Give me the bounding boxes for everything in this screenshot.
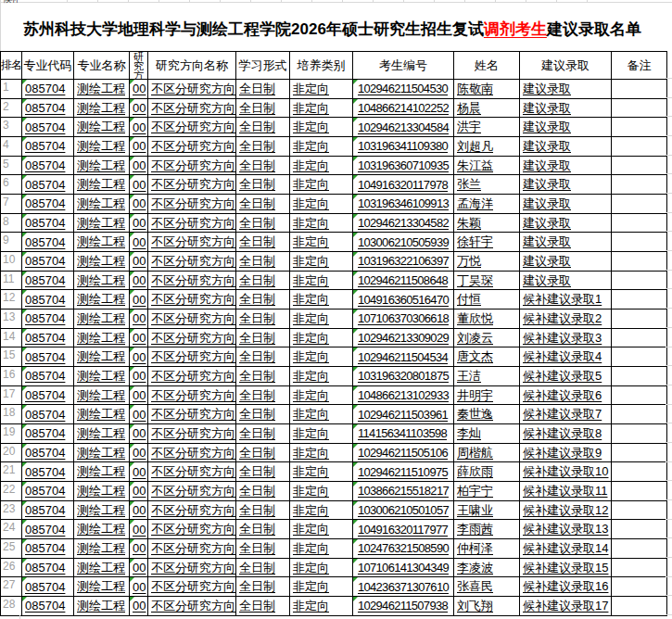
name-cell[interactable]: 王啸业: [454, 500, 520, 520]
name-cell[interactable]: 李凌波: [454, 558, 520, 577]
header-recommendation[interactable]: 建议录取: [520, 52, 612, 80]
dir_name-cell[interactable]: 不区分研究方向: [148, 462, 236, 482]
dir_name-cell[interactable]: 不区分研究方向: [148, 385, 236, 405]
study_form-cell[interactable]: 全日制: [236, 597, 290, 616]
recommendation-cell[interactable]: 候补建议录取15: [520, 558, 612, 577]
recommendation-cell[interactable]: 候补建议录取16: [520, 577, 612, 597]
name-cell[interactable]: 刘凌云: [454, 328, 520, 347]
candidate_no-cell[interactable]: 103196360710935: [353, 156, 454, 175]
category-cell[interactable]: 非定向: [290, 290, 353, 310]
sheet-title-cell[interactable]: 苏州科技大学地理科学与测绘工程学院2026年硕士研究生招生复试调剂考生建议录取名…: [0, 7, 665, 51]
dir_name-cell[interactable]: 不区分研究方向: [148, 424, 236, 444]
header-name[interactable]: 姓名: [454, 52, 520, 80]
name-cell[interactable]: 王洁: [454, 367, 520, 386]
candidate_no-cell[interactable]: 102946213309029: [353, 328, 454, 347]
candidate_no-cell[interactable]: 102946211505106: [353, 443, 454, 462]
name-cell[interactable]: 仲柯泽: [454, 539, 520, 559]
recommendation-cell[interactable]: 候补建议录取5: [520, 367, 612, 386]
study_form-cell[interactable]: 全日制: [236, 233, 290, 252]
recommendation-cell[interactable]: 建议录取: [520, 252, 612, 272]
remark-cell[interactable]: [612, 195, 667, 214]
study_form-cell[interactable]: 全日制: [236, 195, 290, 214]
rank-cell[interactable]: 3: [1, 118, 22, 137]
code-cell[interactable]: 085704: [22, 271, 74, 290]
name-cell[interactable]: 秦世逸: [454, 405, 520, 424]
candidate_no-cell[interactable]: 103196322106397: [353, 252, 454, 272]
rank-cell[interactable]: 4: [1, 137, 22, 157]
category-cell[interactable]: 非定向: [290, 328, 353, 347]
dir_code-cell[interactable]: 00: [130, 233, 148, 252]
dir_code-cell[interactable]: 00: [130, 367, 148, 386]
dir_name-cell[interactable]: 不区分研究方向: [148, 175, 236, 195]
category-cell[interactable]: 非定向: [290, 577, 353, 597]
dir_name-cell[interactable]: 不区分研究方向: [148, 80, 236, 99]
category-cell[interactable]: 非定向: [290, 310, 353, 329]
study_form-cell[interactable]: 全日制: [236, 405, 290, 424]
study_form-cell[interactable]: 全日制: [236, 80, 290, 99]
remark-cell[interactable]: [612, 500, 667, 520]
code-cell[interactable]: 085704: [22, 597, 74, 616]
header-major-name[interactable]: 专业名称: [74, 52, 130, 80]
candidate_no-cell[interactable]: 104866213102933: [353, 385, 454, 405]
candidate_no-cell[interactable]: 107106370306618: [353, 310, 454, 329]
dir_code-cell[interactable]: 00: [130, 156, 148, 175]
dir_name-cell[interactable]: 不区分研究方向: [148, 367, 236, 386]
recommendation-cell[interactable]: 候补建议录取14: [520, 539, 612, 559]
major-cell[interactable]: 测绘工程: [74, 500, 130, 520]
major-cell[interactable]: 测绘工程: [74, 385, 130, 405]
rank-cell[interactable]: 7: [1, 195, 22, 214]
remark-cell[interactable]: [612, 290, 667, 310]
code-cell[interactable]: 085704: [22, 482, 74, 501]
remark-cell[interactable]: [612, 577, 667, 597]
study_form-cell[interactable]: 全日制: [236, 482, 290, 501]
name-cell[interactable]: 周楷航: [454, 443, 520, 462]
candidate_no-cell[interactable]: 104916360516470: [353, 290, 454, 310]
dir_code-cell[interactable]: 00: [130, 252, 148, 272]
recommendation-cell[interactable]: 候补建议录取11: [520, 482, 612, 501]
rank-cell[interactable]: 1: [1, 80, 22, 99]
major-cell[interactable]: 测绘工程: [74, 137, 130, 157]
remark-cell[interactable]: [612, 520, 667, 539]
code-cell[interactable]: 085704: [22, 156, 74, 175]
remark-cell[interactable]: [612, 328, 667, 347]
category-cell[interactable]: 非定向: [290, 367, 353, 386]
candidate_no-cell[interactable]: 103006210505939: [353, 233, 454, 252]
major-cell[interactable]: 测绘工程: [74, 482, 130, 501]
rank-cell[interactable]: 12: [1, 290, 22, 310]
category-cell[interactable]: 非定向: [290, 462, 353, 482]
name-cell[interactable]: 张喜民: [454, 577, 520, 597]
rank-cell[interactable]: 23: [1, 500, 22, 520]
code-cell[interactable]: 085704: [22, 443, 74, 462]
recommendation-cell[interactable]: 建议录取: [520, 98, 612, 118]
rank-cell[interactable]: 13: [1, 310, 22, 329]
rank-cell[interactable]: 8: [1, 213, 22, 233]
candidate_no-cell[interactable]: 103006210501057: [353, 500, 454, 520]
remark-cell[interactable]: [612, 233, 667, 252]
dir_name-cell[interactable]: 不区分研究方向: [148, 520, 236, 539]
rank-cell[interactable]: 9: [1, 233, 22, 252]
code-cell[interactable]: 085704: [22, 118, 74, 137]
recommendation-cell[interactable]: 候补建议录取10: [520, 462, 612, 482]
code-cell[interactable]: 085704: [22, 577, 74, 597]
recommendation-cell[interactable]: 建议录取: [520, 156, 612, 175]
dir_name-cell[interactable]: 不区分研究方向: [148, 597, 236, 616]
category-cell[interactable]: 非定向: [290, 443, 353, 462]
name-cell[interactable]: 柏宇宁: [454, 482, 520, 501]
major-cell[interactable]: 测绘工程: [74, 597, 130, 616]
dir_name-cell[interactable]: 不区分研究方向: [148, 405, 236, 424]
category-cell[interactable]: 非定向: [290, 80, 353, 99]
category-cell[interactable]: 非定向: [290, 98, 353, 118]
name-cell[interactable]: 徐轩宇: [454, 233, 520, 252]
dir_code-cell[interactable]: 00: [130, 328, 148, 347]
header-remark[interactable]: 备注: [612, 52, 667, 80]
header-study-form[interactable]: 学习形式: [236, 52, 290, 80]
remark-cell[interactable]: [612, 385, 667, 405]
dir_name-cell[interactable]: 不区分研究方向: [148, 539, 236, 559]
recommendation-cell[interactable]: 候补建议录取7: [520, 405, 612, 424]
code-cell[interactable]: 085704: [22, 80, 74, 99]
study_form-cell[interactable]: 全日制: [236, 118, 290, 137]
remark-cell[interactable]: [612, 156, 667, 175]
recommendation-cell[interactable]: 候补建议录取17: [520, 597, 612, 616]
remark-cell[interactable]: [612, 252, 667, 272]
candidate_no-cell[interactable]: 104916320117977: [353, 520, 454, 539]
